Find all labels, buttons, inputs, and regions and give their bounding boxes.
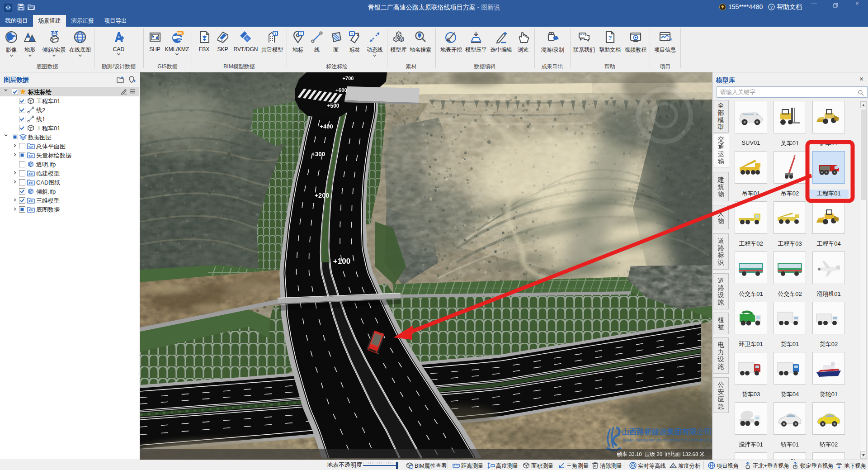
svg-text:?: ? [770,5,773,9]
svg-text:+400: +400 [320,123,333,130]
svg-text:KML: KML [177,32,183,35]
svg-text:+700: +700 [343,76,354,81]
svg-text:?: ? [609,34,612,41]
svg-text:帧率 33.10 层级 20 距地面 132.68 米: 帧率 33.10 层级 20 距地面 132.68 米 [617,451,705,457]
svg-text:SHANXI ROAD&BRIDGE CONSTRUCTIO: SHANXI ROAD&BRIDGE CONSTRUCTION GROUP CO… [623,438,712,442]
svg-text:2: 2 [246,37,248,41]
svg-text:+300: +300 [311,151,325,157]
svg-text:+100: +100 [333,257,350,266]
svg-text:+500: +500 [327,103,339,109]
svg-text:+600: +600 [335,87,347,93]
svg-text:+200: +200 [315,192,330,199]
svg-text:山西路桥建设集团有限公司: 山西路桥建设集团有限公司 [622,427,712,436]
svg-text:T: T [300,32,302,36]
svg-text:T: T [274,32,277,36]
svg-text:Logo: Logo [667,38,672,41]
svg-text:T: T [351,32,353,36]
